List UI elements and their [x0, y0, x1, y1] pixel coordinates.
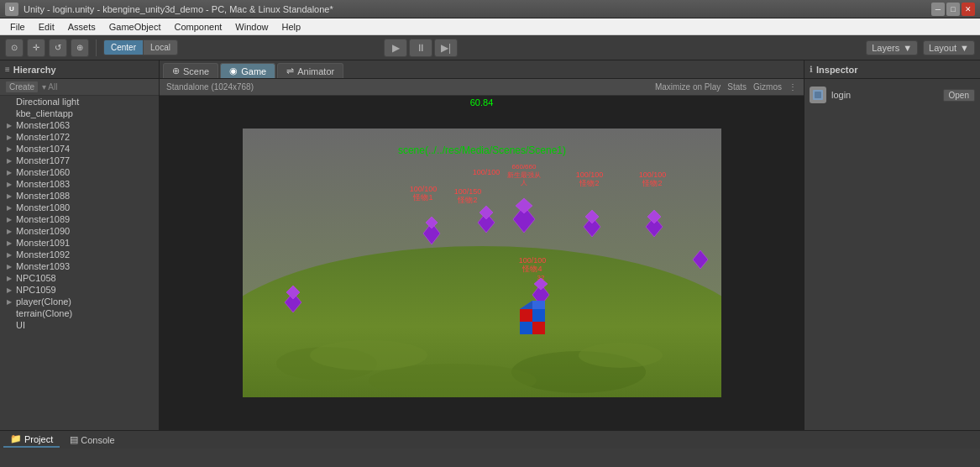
play-controls: ▶ ⏸ ▶|: [384, 39, 458, 57]
create-button[interactable]: Create: [5, 81, 39, 93]
hier-item-label: Monster1091: [16, 238, 70, 248]
pivot-toggle[interactable]: Center Local: [103, 39, 178, 55]
expand-arrow-icon: ▶: [7, 275, 13, 282]
hier-item[interactable]: UI: [0, 319, 159, 331]
svg-text:660/660: 660/660: [511, 163, 536, 171]
hier-item[interactable]: ▶Monster1083: [0, 178, 159, 190]
layers-dropdown[interactable]: Layers ▼: [866, 40, 918, 55]
viewport-top-bar: Standalone (1024x768) Maximize on Play S…: [160, 79, 804, 96]
hier-item[interactable]: kbe_clientapp: [0, 108, 159, 119]
tool-move[interactable]: ✛: [27, 39, 45, 57]
main-layout: ≡ Hierarchy Create ▾ All Directional lig…: [0, 60, 980, 449]
svg-rect-45: [815, 92, 821, 98]
menu-item-gameobject[interactable]: GameObject: [102, 20, 168, 34]
hier-item[interactable]: ▶Monster1092: [0, 249, 159, 260]
svg-text:100/150: 100/150: [453, 187, 481, 196]
hier-item-label: kbe_clientapp: [16, 108, 73, 118]
pause-button[interactable]: ⏸: [409, 39, 432, 57]
open-scene-button[interactable]: Open: [943, 89, 975, 102]
close-button[interactable]: ✕: [962, 3, 975, 16]
project-tab[interactable]: 📁 Project: [3, 432, 60, 448]
scene-tab-icon: ⊕: [172, 66, 180, 76]
maximize-button[interactable]: □: [946, 3, 960, 16]
menu-item-window[interactable]: Window: [228, 20, 275, 34]
game-tab-icon: ◉: [229, 66, 238, 76]
hier-item-label: Monster1090: [16, 226, 70, 236]
hier-item[interactable]: ▶Monster1093: [0, 260, 159, 272]
hierarchy-title: Hierarchy: [13, 65, 56, 75]
svg-rect-38: [520, 309, 532, 322]
expand-arrow-icon: ▶: [7, 134, 13, 141]
hier-item-label: Directional light: [16, 97, 79, 107]
viewport-controls: Maximize on Play Stats Gizmos ⋮: [655, 82, 797, 92]
project-icon: 📁: [10, 433, 22, 444]
tool-undo[interactable]: ↺: [49, 39, 67, 57]
inspector-panel: ℹ Inspector login Open: [804, 60, 980, 430]
hier-item[interactable]: ▶Monster1091: [0, 237, 159, 249]
stats-button[interactable]: Stats: [727, 82, 747, 92]
minimize-button[interactable]: ─: [931, 3, 945, 16]
hier-item[interactable]: ▶Monster1063: [0, 119, 159, 131]
inspector-item-login: login Open: [810, 84, 975, 106]
login-scene-name: login: [831, 90, 851, 100]
hier-item[interactable]: ▶Monster1089: [0, 213, 159, 225]
svg-text:新生最强从: 新生最强从: [507, 171, 541, 179]
hier-item[interactable]: Directional light: [0, 96, 159, 108]
hier-item[interactable]: ▶Monster1074: [0, 143, 159, 155]
local-btn[interactable]: Local: [144, 40, 177, 55]
menu-item-help[interactable]: Help: [275, 20, 307, 34]
fps-counter: 60.84: [470, 97, 494, 108]
hier-item[interactable]: terrain(Clone): [0, 307, 159, 319]
svg-text:怪物2: 怪物2: [579, 179, 599, 187]
game-viewport: Standalone (1024x768) Maximize on Play S…: [160, 79, 804, 430]
hier-item[interactable]: ▶Monster1072: [0, 131, 159, 143]
center-btn[interactable]: Center: [104, 40, 144, 55]
svg-text:100/100: 100/100: [575, 171, 603, 179]
tab-scene[interactable]: ⊕ Scene: [163, 63, 218, 78]
play-button[interactable]: ▶: [384, 39, 407, 57]
hier-item[interactable]: ▶Monster1080: [0, 202, 159, 213]
step-button[interactable]: ▶|: [434, 39, 458, 57]
hier-item[interactable]: ▶Monster1060: [0, 166, 159, 178]
console-tab[interactable]: ▤ Console: [63, 433, 121, 447]
hier-item-label: NPC1059: [16, 285, 56, 295]
window-controls: ─ □ ✕: [931, 3, 975, 16]
tab-animator[interactable]: ⇌ Animator: [277, 63, 343, 78]
menu-item-edit[interactable]: Edit: [32, 20, 61, 34]
expand-arrow-icon: ▶: [7, 239, 13, 247]
center-area: ⊕ Scene ◉ Game ⇌ Animator Standalone (10…: [160, 60, 804, 430]
expand-arrow-icon: ▶: [7, 122, 13, 129]
tab-game[interactable]: ◉ Game: [220, 63, 275, 78]
hier-item[interactable]: ▶NPC1059: [0, 284, 159, 296]
menu-item-file[interactable]: File: [3, 20, 32, 34]
console-icon: ▤: [70, 434, 78, 445]
hier-item[interactable]: ▶player(Clone): [0, 296, 159, 307]
hier-item[interactable]: ▶NPC1058: [0, 272, 159, 284]
expand-arrow-icon: ▶: [7, 298, 13, 306]
expand-arrow-icon: ▶: [7, 251, 13, 259]
window-title: Unity - login.unity - kbengine_unity3d_d…: [24, 4, 931, 14]
hierarchy-list[interactable]: Directional light kbe_clientapp▶Monster1…: [0, 96, 159, 430]
content-area: ≡ Hierarchy Create ▾ All Directional lig…: [0, 60, 980, 430]
menu-item-assets[interactable]: Assets: [61, 20, 102, 34]
hier-item[interactable]: ▶Monster1090: [0, 225, 159, 237]
hier-item[interactable]: ▶Monster1077: [0, 155, 159, 166]
hier-item-label: Monster1088: [16, 191, 70, 201]
tool-rotate[interactable]: ⊙: [5, 39, 24, 57]
game-tab-label: Game: [241, 66, 266, 76]
hier-item-label: Monster1080: [16, 202, 70, 213]
svg-text:100/100: 100/100: [518, 256, 546, 265]
menu-dots[interactable]: ⋮: [789, 82, 797, 92]
gizmos-button[interactable]: Gizmos: [753, 82, 782, 92]
hier-item[interactable]: ▶Monster1088: [0, 190, 159, 202]
inspector-content: login Open: [804, 79, 980, 430]
titlebar: U Unity - login.unity - kbengine_unity3d…: [0, 0, 980, 18]
layout-dropdown[interactable]: Layout ▼: [923, 40, 975, 55]
maximize-on-play[interactable]: Maximize on Play: [655, 82, 721, 92]
hier-item-label: Monster1083: [16, 179, 70, 189]
inspector-header-icon: ℹ: [810, 65, 813, 74]
menu-item-component[interactable]: Component: [167, 20, 228, 34]
layers-label: Layers: [872, 43, 899, 53]
toolbar: ⊙ ✛ ↺ ⊕ Center Local ▶ ⏸ ▶| Layers ▼ Lay…: [0, 35, 980, 60]
tool-scale[interactable]: ⊕: [71, 39, 89, 57]
